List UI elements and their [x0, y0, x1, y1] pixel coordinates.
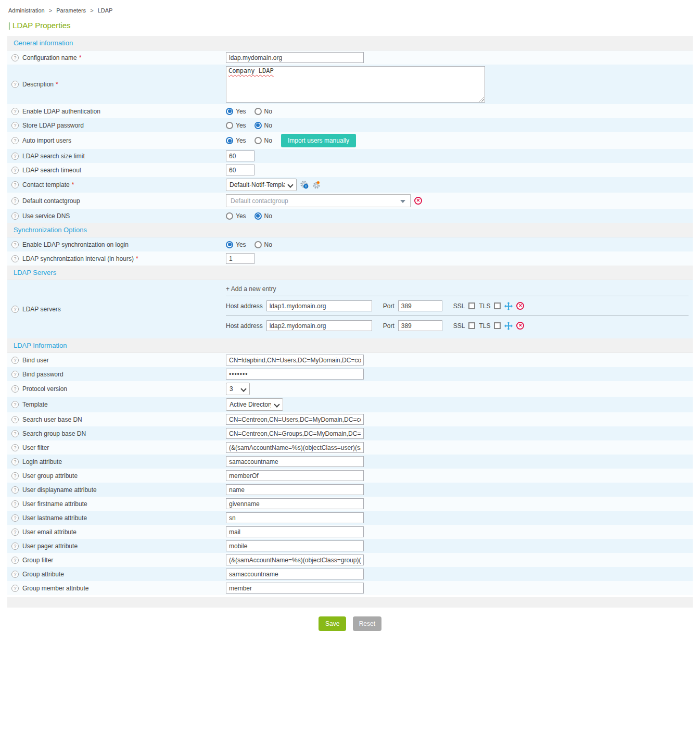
row-group-attribute: Group attribute: [7, 567, 693, 581]
delete-entry-icon[interactable]: [516, 302, 524, 310]
tls-checkbox-1[interactable]: [494, 302, 501, 309]
default-contactgroup-select[interactable]: Default contactgroup: [226, 194, 411, 207]
help-icon[interactable]: [11, 571, 19, 578]
radio-no[interactable]: No: [254, 108, 272, 115]
radio-no[interactable]: No: [254, 212, 272, 220]
help-icon[interactable]: [11, 108, 19, 115]
user-lastname-attribute-input[interactable]: [226, 512, 364, 523]
use-service-dns-radio-group: Yes No: [226, 212, 272, 220]
template-select[interactable]: Active Directory: [226, 398, 283, 411]
import-users-manually-button[interactable]: Import users manually: [281, 134, 356, 147]
radio-no[interactable]: No: [254, 241, 272, 248]
radio-dot: [226, 137, 233, 144]
breadcrumb-item-ldap[interactable]: LDAP: [98, 7, 113, 14]
radio-yes[interactable]: Yes: [226, 122, 246, 129]
help-icon[interactable]: [11, 306, 19, 313]
host-address-label: Host address: [226, 322, 263, 330]
help-icon[interactable]: [11, 181, 19, 188]
radio-yes[interactable]: Yes: [226, 241, 246, 248]
description-textarea[interactable]: Company LDAP: [226, 66, 485, 103]
radio-yes[interactable]: Yes: [226, 137, 246, 144]
radio-label: Yes: [236, 108, 246, 115]
help-icon[interactable]: [11, 137, 19, 144]
ldap-sync-interval-input[interactable]: [226, 253, 254, 264]
ldap-search-size-limit-input[interactable]: [226, 150, 254, 161]
ssl-label: SSL: [453, 322, 465, 330]
add-new-entry-link[interactable]: + Add a new entry: [226, 283, 689, 296]
help-icon[interactable]: [11, 167, 19, 174]
contact-template-select[interactable]: Default-Notif-Template: [226, 179, 297, 191]
radio-label: No: [264, 137, 272, 144]
radio-no[interactable]: No: [254, 137, 272, 144]
help-icon[interactable]: [11, 197, 19, 205]
user-firstname-attribute-input[interactable]: [226, 498, 364, 509]
port-input-1[interactable]: [398, 300, 442, 311]
section-header-ldap-information: LDAP Information: [7, 338, 693, 353]
move-entry-icon[interactable]: [504, 322, 513, 330]
radio-yes[interactable]: Yes: [226, 108, 246, 115]
help-icon[interactable]: [11, 514, 19, 522]
protocol-version-select[interactable]: 3: [226, 383, 250, 395]
group-attribute-input[interactable]: [226, 569, 364, 579]
group-member-attribute-input[interactable]: [226, 583, 364, 594]
help-icon[interactable]: [11, 528, 19, 536]
help-icon[interactable]: [11, 122, 19, 129]
gear-info-icon[interactable]: i: [300, 181, 309, 189]
ldap-search-timeout-input[interactable]: [226, 165, 254, 175]
group-filter-input[interactable]: [226, 554, 364, 565]
port-input-2[interactable]: [398, 320, 442, 331]
help-icon[interactable]: [11, 371, 19, 378]
bind-user-input[interactable]: [226, 355, 364, 365]
row-user-displayname-attribute: User displayname attribute: [7, 483, 693, 497]
help-icon[interactable]: [11, 54, 19, 61]
breadcrumb-item-parameters[interactable]: Parameters: [56, 7, 86, 14]
search-group-base-dn-input[interactable]: [226, 428, 364, 439]
delete-entry-icon[interactable]: [516, 322, 524, 330]
row-description: Description * Company LDAP: [7, 65, 693, 104]
row-search-user-base-dn: Search user base DN: [7, 412, 693, 426]
help-icon[interactable]: [11, 444, 19, 451]
reset-button[interactable]: Reset: [353, 616, 381, 631]
move-entry-icon[interactable]: [504, 302, 513, 310]
radio-yes[interactable]: Yes: [226, 212, 246, 220]
help-icon[interactable]: [11, 212, 19, 220]
help-icon[interactable]: [11, 385, 19, 393]
search-user-base-dn-input[interactable]: [226, 414, 364, 425]
user-group-attribute-input[interactable]: [226, 470, 364, 481]
ssl-checkbox-1[interactable]: [468, 302, 475, 309]
help-icon[interactable]: [11, 486, 19, 494]
row-ldap-search-size-limit: LDAP search size limit: [7, 149, 693, 163]
user-email-attribute-input[interactable]: [226, 526, 364, 537]
help-icon[interactable]: [11, 557, 19, 564]
help-icon[interactable]: [11, 241, 19, 248]
help-icon[interactable]: [11, 153, 19, 160]
help-icon[interactable]: [11, 543, 19, 550]
tls-checkbox-2[interactable]: [494, 322, 501, 329]
configuration-name-input[interactable]: [226, 52, 364, 63]
help-icon[interactable]: [11, 472, 19, 480]
help-icon[interactable]: [11, 81, 19, 88]
login-attribute-input[interactable]: [226, 456, 364, 467]
help-icon[interactable]: [11, 416, 19, 423]
host-address-input-2[interactable]: [266, 320, 372, 331]
field-label: User lastname attribute: [22, 514, 87, 522]
ssl-checkbox-2[interactable]: [468, 322, 475, 329]
user-pager-attribute-input[interactable]: [226, 540, 364, 551]
breadcrumb-item-administration[interactable]: Administration: [8, 7, 45, 14]
user-displayname-attribute-input[interactable]: [226, 484, 364, 495]
help-icon[interactable]: [11, 401, 19, 408]
help-icon[interactable]: [11, 430, 19, 437]
field-label: Group attribute: [22, 571, 64, 578]
help-icon[interactable]: [11, 357, 19, 364]
help-icon[interactable]: [11, 585, 19, 592]
clear-contactgroup-icon[interactable]: [414, 197, 422, 205]
save-button[interactable]: Save: [319, 616, 346, 631]
gear-settings-icon[interactable]: [312, 181, 321, 189]
host-address-input-1[interactable]: [266, 300, 372, 311]
radio-no[interactable]: No: [254, 122, 272, 129]
help-icon[interactable]: [11, 255, 19, 262]
bind-password-input[interactable]: [226, 369, 364, 380]
help-icon[interactable]: [11, 500, 19, 508]
help-icon[interactable]: [11, 458, 19, 465]
user-filter-input[interactable]: [226, 442, 364, 453]
